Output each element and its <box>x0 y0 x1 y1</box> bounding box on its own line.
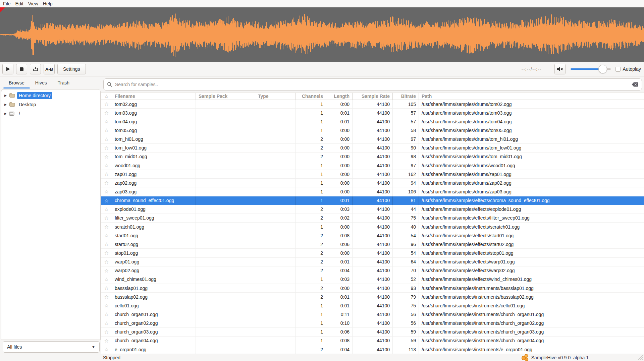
table-row[interactable]: ☆bassslap02.ogg20:014410079/usr/share/lm… <box>101 293 644 301</box>
loop-button[interactable] <box>30 64 41 74</box>
favorite-star-icon[interactable]: ☆ <box>104 198 109 203</box>
table-row[interactable]: ☆e_organ01.ogg20:0444100113/usr/share/lm… <box>101 345 644 354</box>
favorite-star-icon[interactable]: ☆ <box>104 110 109 115</box>
table-row[interactable]: ☆chroma_sound_effect01.ogg10:014410081/u… <box>101 196 644 205</box>
table-row[interactable]: ☆tom_low01.ogg20:004410090/usr/share/lmm… <box>101 144 644 153</box>
column-header-type[interactable]: Type <box>255 93 296 100</box>
settings-button[interactable]: Settings <box>57 64 86 74</box>
table-row[interactable]: ☆warp01.ogg20:014410064/usr/share/lmms/s… <box>101 258 644 266</box>
ab-loop-button[interactable]: A-B <box>44 64 55 74</box>
table-row[interactable]: ☆stop01.ogg20:004410054/usr/share/lmms/s… <box>101 249 644 257</box>
table-row[interactable]: ☆explode01.ogg20:034410044/usr/share/lmm… <box>101 205 644 214</box>
favorite-star-icon[interactable]: ☆ <box>104 180 109 185</box>
table-row[interactable]: ☆tom03.ogg10:014410057/usr/share/lmms/sa… <box>101 109 644 117</box>
menu-item-file[interactable]: File <box>1 1 13 6</box>
table-row[interactable]: ☆church_organ01.ogg10:114410056/usr/shar… <box>101 310 644 319</box>
column-header-sample_pack[interactable]: Sample Pack <box>196 93 255 100</box>
mute-button[interactable] <box>554 64 566 74</box>
column-header-star[interactable]: ☆ <box>101 93 112 100</box>
table-row[interactable]: ☆scratch01.ogg10:004410040/usr/share/lmm… <box>101 223 644 231</box>
tab-hives[interactable]: Hives <box>30 76 52 89</box>
tree-item--[interactable]: ▶/ <box>1 109 100 118</box>
table-row[interactable]: ☆bassslap01.ogg20:004410093/usr/share/lm… <box>101 284 644 293</box>
favorite-star-icon[interactable]: ☆ <box>104 224 109 229</box>
column-header-length[interactable]: Length <box>326 93 353 100</box>
column-header-bitrate[interactable]: Bitrate <box>393 93 419 100</box>
resize-grip[interactable] <box>637 354 643 360</box>
table-row[interactable]: ☆tom02.ogg10:0044100105/usr/share/lmms/s… <box>101 100 644 109</box>
favorite-star-icon[interactable]: ☆ <box>104 128 109 133</box>
table-row[interactable]: ☆tom_mid01.ogg20:004410098/usr/share/lmm… <box>101 153 644 161</box>
table-row[interactable]: ☆wind_chimes01.ogg10:034410052/usr/share… <box>101 275 644 284</box>
stop-button[interactable] <box>16 64 27 74</box>
expander-arrow-icon[interactable]: ▶ <box>4 112 9 115</box>
tab-browse[interactable]: Browse <box>3 76 30 89</box>
favorite-star-icon[interactable]: ☆ <box>104 250 109 255</box>
favorite-star-icon[interactable]: ☆ <box>104 233 109 238</box>
expander-arrow-icon[interactable]: ▶ <box>4 103 9 106</box>
table-row[interactable]: ☆tom_hi01.ogg20:004410097/usr/share/lmms… <box>101 135 644 144</box>
table-row[interactable]: ☆cello01.ogg10:014410075/usr/share/lmms/… <box>101 301 644 310</box>
table-row[interactable]: ☆church_organ03.ogg10:064410059/usr/shar… <box>101 328 644 337</box>
favorite-star-icon[interactable]: ☆ <box>104 242 109 247</box>
table-row[interactable]: ☆tom04.ogg10:014410057/usr/share/lmms/sa… <box>101 117 644 126</box>
expander-arrow-icon[interactable]: ▶ <box>4 94 9 97</box>
column-header-sample_rate[interactable]: Sample Rate <box>353 93 393 100</box>
favorite-star-icon[interactable]: ☆ <box>104 119 109 124</box>
cell-sample_pack <box>196 135 255 144</box>
favorite-star-icon[interactable]: ☆ <box>104 312 109 317</box>
favorite-star-icon[interactable]: ☆ <box>104 137 109 142</box>
favorite-star-icon[interactable]: ☆ <box>104 216 109 221</box>
clear-search-icon[interactable] <box>632 82 638 87</box>
favorite-star-icon[interactable]: ☆ <box>104 189 109 194</box>
waveform-display[interactable] <box>0 7 644 62</box>
volume-slider-knob[interactable] <box>598 65 607 73</box>
volume-slider[interactable] <box>571 65 611 73</box>
table-row[interactable]: ☆warp02.ogg20:044410070/usr/share/lmms/s… <box>101 266 644 275</box>
table-row[interactable]: ☆start01.ogg20:084410054/usr/share/lmms/… <box>101 231 644 240</box>
autoplay-checkbox[interactable] <box>615 67 621 72</box>
table-row[interactable]: ☆filter_sweep01.ogg20:024410075/usr/shar… <box>101 214 644 223</box>
favorite-star-icon[interactable]: ☆ <box>104 268 109 273</box>
favorite-star-icon[interactable]: ☆ <box>104 303 109 308</box>
file-filter-dropdown[interactable]: All files ▼ <box>3 341 100 353</box>
column-header-path[interactable]: Path <box>419 93 644 100</box>
cell-path: /usr/share/lmms/samples/effects/chroma_s… <box>419 196 644 205</box>
favorite-star-icon[interactable]: ☆ <box>104 163 109 168</box>
table-row[interactable]: ☆zap03.ogg10:0044100106/usr/share/lmms/s… <box>101 187 644 196</box>
search-input[interactable] <box>115 82 632 87</box>
favorite-star-icon[interactable]: ☆ <box>104 286 109 291</box>
menu-item-help[interactable]: Help <box>41 1 55 6</box>
favorite-star-icon[interactable]: ☆ <box>104 145 109 151</box>
favorite-star-icon[interactable]: ☆ <box>104 329 109 335</box>
tree-item-home-directory[interactable]: ▶Home directory <box>1 91 100 100</box>
play-button[interactable] <box>2 64 13 74</box>
tree-item-desktop[interactable]: ▶Desktop <box>1 100 100 109</box>
tab-trash[interactable]: Trash <box>52 76 75 89</box>
favorite-star-icon[interactable]: ☆ <box>104 207 109 212</box>
menu-item-view[interactable]: View <box>26 1 41 6</box>
column-header-filename[interactable]: Filename <box>112 93 196 100</box>
favorite-star-icon[interactable]: ☆ <box>104 347 109 352</box>
menu-item-edit[interactable]: Edit <box>13 1 26 6</box>
favorite-star-icon[interactable]: ☆ <box>104 259 109 264</box>
cell-length: 0:00 <box>326 135 353 144</box>
table-row[interactable]: ☆start02.ogg20:064410096/usr/share/lmms/… <box>101 240 644 249</box>
column-header-channels[interactable]: Channels <box>296 93 326 100</box>
cell-channels: 1 <box>296 117 326 126</box>
favorite-star-icon[interactable]: ☆ <box>104 102 109 107</box>
favorite-star-icon[interactable]: ☆ <box>104 277 109 282</box>
favorite-star-icon[interactable]: ☆ <box>104 294 109 299</box>
favorite-star-icon[interactable]: ☆ <box>104 154 109 159</box>
table-header-row: ☆FilenameSample PackTypeChannelsLengthSa… <box>101 93 644 100</box>
table-row[interactable]: ☆church_organ02.ogg10:104410056/usr/shar… <box>101 319 644 328</box>
favorite-star-icon[interactable]: ☆ <box>104 321 109 326</box>
table-row[interactable]: ☆wood01.ogg10:004410097/usr/share/lmms/s… <box>101 161 644 170</box>
table-row[interactable]: ☆zap01.ogg10:0044100162/usr/share/lmms/s… <box>101 170 644 179</box>
cell-bitrate: 40 <box>393 223 419 231</box>
favorite-star-icon[interactable]: ☆ <box>104 172 109 177</box>
table-row[interactable]: ☆church_organ04.ogg10:084410059/usr/shar… <box>101 337 644 345</box>
table-row[interactable]: ☆tom05.ogg10:004410058/usr/share/lmms/sa… <box>101 126 644 135</box>
favorite-star-icon[interactable]: ☆ <box>104 338 109 343</box>
table-row[interactable]: ☆zap02.ogg10:004410094/usr/share/lmms/sa… <box>101 179 644 187</box>
